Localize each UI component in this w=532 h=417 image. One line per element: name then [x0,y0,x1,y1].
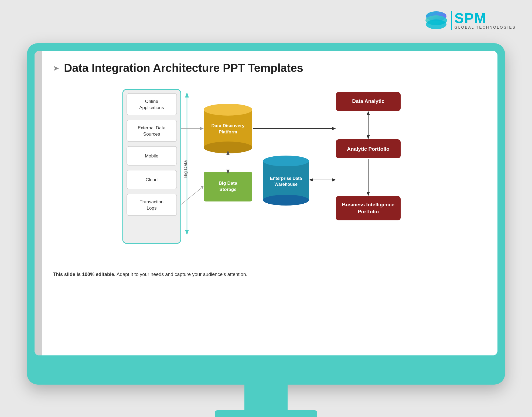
svg-point-32 [263,195,309,206]
svg-text:Business Intelligence: Business Intelligence [342,202,394,207]
svg-text:Cloud: Cloud [146,177,158,182]
svg-line-40 [181,187,203,205]
diagram-container: Online Applications External Data Source… [120,88,417,264]
svg-text:Mobile: Mobile [145,153,158,159]
svg-point-31 [263,156,309,166]
svg-marker-39 [200,127,204,130]
footer-bold-text: This slide is 100% editable. [53,272,115,277]
svg-text:Data Discovery: Data Discovery [212,123,245,128]
title-arrow-icon: ➤ [53,64,59,73]
monitor-stand-base [215,410,317,417]
svg-rect-14 [127,194,177,216]
svg-text:Big Data: Big Data [219,181,238,186]
svg-text:External Data: External Data [138,125,166,130]
logo-divider [451,11,452,30]
svg-marker-55 [367,192,370,196]
svg-rect-46 [336,196,401,220]
slide-title-row: ➤ Data Integration Architecture PPT Temp… [53,62,484,75]
svg-rect-4 [127,93,177,115]
svg-marker-58 [309,178,313,181]
svg-text:Portfolio: Portfolio [358,209,379,214]
screen-content: ➤ Data Integration Architecture PPT Temp… [35,51,497,355]
svg-marker-41 [201,186,204,189]
logo-text-container: SPM GLOBAL TECHNOLOGIES [455,11,516,29]
slide-title-text: Data Integration Architecture PPT Templa… [64,62,303,75]
svg-text:Big Data: Big Data [183,160,188,178]
svg-marker-50 [332,127,336,130]
svg-text:Logs: Logs [147,206,157,211]
main-content-area: ➤ Data Integration Architecture PPT Temp… [42,51,497,355]
left-sidebar-bar [35,51,42,355]
svg-marker-53 [367,135,370,139]
monitor-frame: ➤ Data Integration Architecture PPT Temp… [27,43,505,385]
monitor-stand-neck [244,385,288,414]
logo-area: SPM GLOBAL TECHNOLOGIES [424,8,516,32]
svg-rect-27 [204,172,252,201]
svg-marker-52 [367,111,370,115]
svg-text:Online: Online [145,99,158,104]
svg-text:Transaction: Transaction [140,199,163,204]
svg-marker-18 [185,92,189,97]
svg-text:Analytic Portfolio: Analytic Portfolio [347,146,389,152]
svg-text:Storage: Storage [219,187,236,192]
svg-text:Applications: Applications [139,105,164,110]
svg-text:Sources: Sources [143,132,160,137]
logo-spm-text: SPM [455,11,516,25]
svg-marker-19 [185,230,189,235]
svg-point-2 [426,19,446,29]
monitor-screen: ➤ Data Integration Architecture PPT Temp… [35,51,497,355]
svg-point-23 [204,104,252,116]
svg-text:Warehouse: Warehouse [274,182,298,187]
footer-normal-text: Adapt it to your needs and capture your … [117,272,247,277]
architecture-diagram-svg: Online Applications External Data Source… [120,88,417,264]
svg-rect-7 [127,120,177,142]
svg-text:Platform: Platform [219,129,237,134]
logo-sub-text: GLOBAL TECHNOLOGIES [455,25,516,29]
logo-globe-icon [424,8,448,32]
svg-text:Enterprise Data: Enterprise Data [270,176,302,181]
svg-text:Data Analytic: Data Analytic [352,98,384,104]
footer-text: This slide is 100% editable. Adapt it to… [53,272,484,277]
svg-marker-57 [332,178,336,181]
